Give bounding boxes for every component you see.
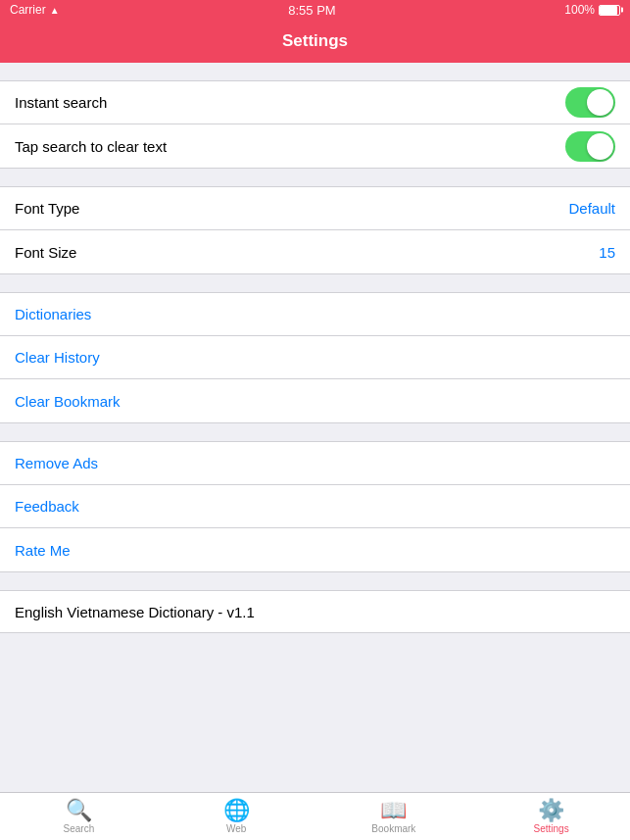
tab-search[interactable]: 🔍 Search xyxy=(0,793,158,840)
data-actions-section: Dictionaries Clear History Clear Bookmar… xyxy=(0,292,630,423)
tab-settings-label: Settings xyxy=(534,823,569,834)
clear-history-row[interactable]: Clear History xyxy=(0,336,630,379)
tab-settings[interactable]: ⚙️ Settings xyxy=(472,793,630,840)
battery-icon xyxy=(599,5,620,16)
font-size-label: Font Size xyxy=(15,244,76,261)
battery-pct-label: 100% xyxy=(564,3,595,17)
tap-search-toggle[interactable] xyxy=(565,131,615,162)
instant-search-row: Instant search xyxy=(0,81,630,124)
status-bar: Carrier ▲ 8:55 PM 100% xyxy=(0,0,630,20)
remove-ads-label: Remove Ads xyxy=(15,455,98,471)
version-row: English Vietnamese Dictionary - v1.1 xyxy=(0,590,630,633)
feedback-row[interactable]: Feedback xyxy=(0,485,630,528)
font-size-value: 15 xyxy=(599,244,615,261)
dictionaries-row[interactable]: Dictionaries xyxy=(0,293,630,336)
more-section: Remove Ads Feedback Rate Me xyxy=(0,441,630,572)
settings-icon: ⚙️ xyxy=(538,800,564,821)
tab-bar: 🔍 Search 🌐 Web 📖 Bookmark ⚙️ Settings xyxy=(0,792,630,840)
tab-search-label: Search xyxy=(64,823,95,834)
status-right: 100% xyxy=(564,3,620,17)
bookmark-icon: 📖 xyxy=(380,800,407,821)
dictionaries-label: Dictionaries xyxy=(15,306,91,322)
search-icon: 🔍 xyxy=(66,800,92,821)
tap-search-label: Tap search to clear text xyxy=(15,138,167,155)
font-section: Font Type Default Font Size 15 xyxy=(0,186,630,274)
font-type-value: Default xyxy=(568,200,615,217)
status-time: 8:55 PM xyxy=(288,3,335,18)
instant-search-toggle[interactable] xyxy=(565,87,615,118)
version-label: English Vietnamese Dictionary - v1.1 xyxy=(15,604,255,620)
web-icon: 🌐 xyxy=(223,800,250,821)
instant-search-label: Instant search xyxy=(15,94,107,111)
tap-search-row: Tap search to clear text xyxy=(0,124,630,168)
tab-web-label: Web xyxy=(226,823,246,834)
page-title: Settings xyxy=(282,31,348,51)
font-size-row[interactable]: Font Size 15 xyxy=(0,230,630,273)
wifi-icon: ▲ xyxy=(50,5,60,16)
clear-bookmark-row[interactable]: Clear Bookmark xyxy=(0,379,630,422)
carrier-label: Carrier xyxy=(10,3,46,17)
rate-me-label: Rate Me xyxy=(15,542,71,559)
toggles-section: Instant search Tap search to clear text xyxy=(0,80,630,169)
status-left: Carrier ▲ xyxy=(10,3,60,17)
tab-bookmark[interactable]: 📖 Bookmark xyxy=(315,793,473,840)
feedback-label: Feedback xyxy=(15,498,79,515)
navigation-bar: Settings xyxy=(0,20,630,63)
clear-history-label: Clear History xyxy=(15,349,100,366)
tab-bookmark-label: Bookmark xyxy=(371,823,415,834)
remove-ads-row[interactable]: Remove Ads xyxy=(0,442,630,485)
rate-me-row[interactable]: Rate Me xyxy=(0,528,630,571)
font-type-row[interactable]: Font Type Default xyxy=(0,187,630,230)
tab-web[interactable]: 🌐 Web xyxy=(158,793,315,840)
font-type-label: Font Type xyxy=(15,200,79,217)
clear-bookmark-label: Clear Bookmark xyxy=(15,393,121,410)
scroll-content: Instant search Tap search to clear text … xyxy=(0,63,630,792)
